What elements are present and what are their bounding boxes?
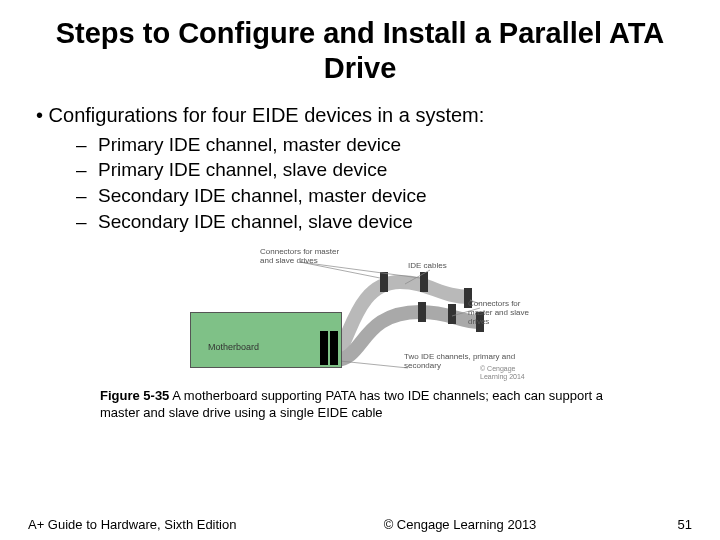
figure-label-cables: IDE cables [408, 262, 468, 271]
list-item: – Primary IDE channel, master device [76, 133, 692, 158]
caption-figure-number: Figure 5-35 [100, 388, 169, 403]
motherboard-label: Motherboard [208, 342, 259, 352]
ide-connector-icon [320, 331, 328, 365]
slide-title: Steps to Configure and Install a Paralle… [28, 16, 692, 86]
svg-rect-0 [380, 272, 388, 292]
figure-copyright: © Cengage Learning 2014 [480, 365, 540, 380]
list-item-text: Secondary IDE channel, slave device [98, 210, 413, 235]
figure-container: Motherboard Connectors for master and sl… [28, 242, 692, 382]
footer-book-title: A+ Guide to Hardware, Sixth Edition [28, 517, 268, 532]
footer-copyright: © Cengage Learning 2013 [268, 517, 652, 532]
footer-page-number: 51 [652, 517, 692, 532]
svg-rect-3 [418, 302, 426, 322]
list-item-text: Secondary IDE channel, master device [98, 184, 426, 209]
list-item: – Secondary IDE channel, slave device [76, 210, 692, 235]
list-item-text: Primary IDE channel, master device [98, 133, 401, 158]
list-item-text: Primary IDE channel, slave device [98, 158, 387, 183]
list-item: – Secondary IDE channel, master device [76, 184, 692, 209]
dash-icon: – [76, 210, 88, 235]
sub-bullet-list: – Primary IDE channel, master device – P… [76, 133, 692, 235]
svg-rect-4 [448, 304, 456, 324]
list-item: – Primary IDE channel, slave device [76, 158, 692, 183]
dash-icon: – [76, 133, 88, 158]
figure-diagram: Motherboard Connectors for master and sl… [180, 242, 540, 382]
ide-connector-icon [330, 331, 338, 365]
figure-label-connectors-right: Connectors for master and slave drives [468, 300, 538, 326]
figure-caption: Figure 5-35 A motherboard supporting PAT… [100, 388, 620, 421]
dash-icon: – [76, 158, 88, 183]
slide-footer: A+ Guide to Hardware, Sixth Edition © Ce… [28, 517, 692, 532]
caption-text: A motherboard supporting PATA has two ID… [100, 388, 603, 419]
dash-icon: – [76, 184, 88, 209]
figure-label-connectors-top: Connectors for master and slave drives [260, 248, 340, 266]
bullet-level1: Configurations for four EIDE devices in … [36, 104, 692, 127]
slide: Steps to Configure and Install a Paralle… [0, 0, 720, 540]
